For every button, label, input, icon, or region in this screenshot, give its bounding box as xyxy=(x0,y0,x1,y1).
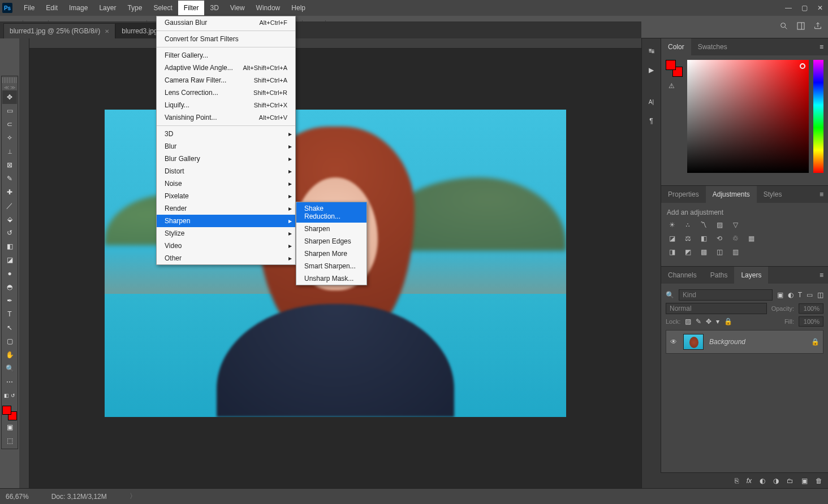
panel-menu-icon[interactable]: ≡ xyxy=(815,186,828,203)
menu-help[interactable]: Help xyxy=(286,1,311,15)
screen-mode[interactable]: ⬚ xyxy=(2,434,17,447)
panel-tab-styles[interactable]: Styles xyxy=(757,186,789,203)
menu-item[interactable]: Pixelate▸ xyxy=(157,190,295,202)
workspace-icon[interactable] xyxy=(796,21,805,32)
menu-item[interactable]: Lens Correction...Shift+Ctrl+R xyxy=(157,86,295,99)
adj-icon[interactable]: ◫ xyxy=(714,247,724,257)
lock-icon[interactable]: ▨ xyxy=(685,318,691,325)
menu-file[interactable]: File xyxy=(18,1,40,15)
filter-icon[interactable]: ▣ xyxy=(777,291,783,299)
tab-close-icon[interactable]: ✕ xyxy=(105,28,109,34)
history-icon[interactable]: ↹ xyxy=(646,45,657,57)
menu-layer[interactable]: Layer xyxy=(93,1,122,15)
zoom-tool[interactable]: 🔍 xyxy=(2,362,17,375)
panel-tab-swatches[interactable]: Swatches xyxy=(691,38,734,55)
share-icon[interactable] xyxy=(813,21,822,32)
maximize-button[interactable]: ▢ xyxy=(796,0,812,16)
adj-icon[interactable]: ♲ xyxy=(730,233,740,244)
stamp-tool[interactable]: ⬙ xyxy=(2,212,17,226)
menu-item[interactable]: Sharpen Edges xyxy=(296,235,366,247)
zoom-level[interactable]: 66,67% xyxy=(6,493,29,501)
menu-item[interactable]: Liquify...Shift+Ctrl+X xyxy=(157,99,295,111)
menu-item[interactable]: Sharpen More xyxy=(296,247,366,260)
layer-row[interactable]: 👁 Background 🔒 xyxy=(666,330,823,354)
adjust-icon[interactable]: ◑ xyxy=(773,477,779,485)
menu-3d[interactable]: 3D xyxy=(204,1,224,15)
menu-item[interactable]: Noise▸ xyxy=(157,177,295,190)
menu-item[interactable]: Unsharp Mask... xyxy=(296,272,366,285)
mask-mode[interactable]: ▣ xyxy=(2,420,17,434)
adj-icon[interactable]: ◨ xyxy=(667,247,677,257)
filter-icon[interactable]: ◐ xyxy=(788,291,794,299)
menu-filter[interactable]: Filter xyxy=(178,1,205,15)
menu-type[interactable]: Type xyxy=(122,1,148,15)
filter-icon[interactable]: ◫ xyxy=(817,291,823,299)
menu-item[interactable]: Gaussian BlurAlt+Ctrl+F xyxy=(157,16,295,29)
adj-icon[interactable]: ◩ xyxy=(683,247,693,257)
menu-item[interactable]: Shake Reduction... xyxy=(296,202,366,223)
gradient-tool[interactable]: ◪ xyxy=(2,253,17,267)
wand-tool[interactable]: ✧ xyxy=(2,131,17,145)
menu-item[interactable]: Other▸ xyxy=(157,252,295,264)
menu-item-convert[interactable]: Convert for Smart Filters xyxy=(157,33,295,45)
panel-menu-icon[interactable]: ≡ xyxy=(815,267,828,284)
lock-icon[interactable]: ▾ xyxy=(716,318,719,325)
frame-tool[interactable]: ⊠ xyxy=(2,158,17,172)
menu-item[interactable]: Blur▸ xyxy=(157,140,295,153)
char-icon[interactable]: A| xyxy=(646,96,657,107)
history-brush-tool[interactable]: ↺ xyxy=(2,226,17,240)
type-tool[interactable]: T xyxy=(2,307,17,321)
menu-window[interactable]: Window xyxy=(251,1,286,15)
adj-icon[interactable]: ▨ xyxy=(714,220,724,230)
lock-icon[interactable]: 🔒 xyxy=(724,318,732,325)
document-tab[interactable]: blurred1.jpg @ 25% (RGB/8#)✕ xyxy=(3,23,115,38)
toolbox-grip[interactable] xyxy=(2,77,17,83)
panel-tab-color[interactable]: Color xyxy=(661,38,691,55)
minimize-button[interactable]: — xyxy=(780,0,796,16)
more-tool[interactable]: ⋯ xyxy=(2,375,17,389)
adj-icon[interactable]: ▥ xyxy=(730,247,740,257)
fill-value[interactable]: 100% xyxy=(799,316,823,327)
adj-icon[interactable]: 〽 xyxy=(698,220,709,230)
color-field[interactable] xyxy=(687,60,809,173)
hand-tool[interactable]: ✋ xyxy=(2,348,17,362)
fg-bg-swatch[interactable] xyxy=(666,60,683,77)
opacity-value[interactable]: 100% xyxy=(799,303,823,314)
heal-tool[interactable]: ✚ xyxy=(2,185,17,199)
edit-toolbar[interactable]: ◧ ↺ xyxy=(2,389,17,402)
dodge-tool[interactable]: ◓ xyxy=(2,280,17,294)
adj-icon[interactable]: ◧ xyxy=(698,233,709,244)
menu-item[interactable]: Blur Gallery▸ xyxy=(157,153,295,165)
pen-tool[interactable]: ✒ xyxy=(2,294,17,307)
adj-icon[interactable]: ▩ xyxy=(698,247,709,257)
link-icon[interactable]: ⎘ xyxy=(735,477,739,485)
adj-icon[interactable]: ☀ xyxy=(667,220,677,230)
menu-item[interactable]: Camera Raw Filter...Shift+Ctrl+A xyxy=(157,74,295,86)
eraser-tool[interactable]: ◧ xyxy=(2,240,17,253)
kind-filter[interactable]: Kind xyxy=(679,289,773,301)
lock-icon[interactable]: ✎ xyxy=(696,318,701,325)
menu-item[interactable]: Sharpen▸ xyxy=(157,215,295,227)
marquee-tool[interactable]: ▭ xyxy=(2,104,17,118)
menu-view[interactable]: View xyxy=(225,1,251,15)
menu-item[interactable]: Distort▸ xyxy=(157,165,295,177)
menu-item[interactable]: Vanishing Point...Alt+Ctrl+V xyxy=(157,111,295,124)
menu-item[interactable]: Adaptive Wide Angle...Alt+Shift+Ctrl+A xyxy=(157,62,295,74)
layer-thumbnail[interactable] xyxy=(683,334,704,350)
filter-icon[interactable]: T xyxy=(798,291,802,299)
blend-mode[interactable]: Normal xyxy=(666,303,767,314)
menu-edit[interactable]: Edit xyxy=(40,1,63,15)
visibility-icon[interactable]: 👁 xyxy=(670,338,678,346)
shape-tool[interactable]: ▢ xyxy=(2,334,17,348)
menu-select[interactable]: Select xyxy=(148,1,178,15)
filter-icon[interactable]: ▭ xyxy=(807,291,813,299)
panel-tab-channels[interactable]: Channels xyxy=(661,267,704,284)
group-icon[interactable]: 🗀 xyxy=(787,477,794,485)
adj-icon[interactable]: ▦ xyxy=(746,233,756,244)
hue-slider[interactable] xyxy=(813,60,823,173)
brush-tool[interactable]: ／ xyxy=(2,199,17,212)
fx-icon[interactable]: fx xyxy=(747,477,752,485)
search-icon[interactable] xyxy=(779,21,788,32)
warning-icon[interactable]: ⚠ xyxy=(666,80,677,92)
mask-icon[interactable]: ◐ xyxy=(760,477,765,485)
